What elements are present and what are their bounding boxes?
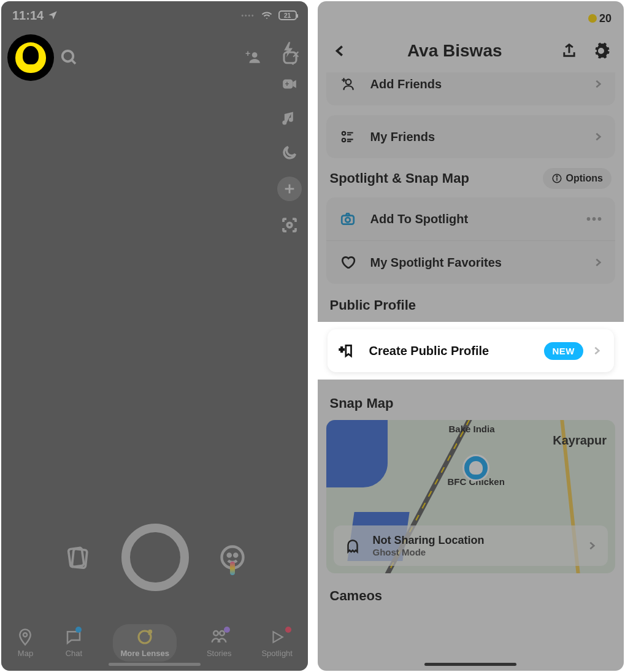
friends-list-icon: [339, 129, 357, 145]
svg-point-2: [251, 52, 257, 58]
more-icon: •••: [586, 212, 603, 226]
spotlight-favorites-row[interactable]: My Spotlight Favorites: [326, 241, 616, 284]
camera-tools: ✕ +: [277, 39, 302, 235]
spotlight-section-header: Spotlight & Snap Map Options: [318, 168, 624, 197]
svg-point-16: [23, 633, 27, 636]
add-spotlight-row[interactable]: Add To Spotlight •••: [326, 197, 616, 241]
cell-dots-icon: ••••: [241, 12, 255, 19]
home-indicator: [424, 663, 516, 666]
scan-icon[interactable]: [279, 215, 300, 235]
nav-spotlight[interactable]: Spotlight: [261, 628, 293, 658]
location-status-title: Not Sharing Location: [373, 534, 485, 547]
wifi-icon: [260, 10, 274, 21]
coin-icon: [588, 14, 597, 23]
svg-point-0: [63, 51, 74, 62]
svg-point-22: [342, 132, 345, 135]
svg-point-10: [287, 223, 292, 227]
add-spotlight-label: Add To Spotlight: [370, 212, 469, 226]
spotlight-favorites-label: My Spotlight Favorites: [370, 256, 502, 270]
nav-stories[interactable]: Stories: [207, 628, 231, 658]
lens-carousel-icon[interactable]: [220, 544, 245, 570]
memories-icon[interactable]: [64, 544, 91, 571]
search-icon[interactable]: [60, 48, 79, 67]
status-time: 11:14: [12, 9, 44, 23]
add-friend-icon[interactable]: +: [244, 50, 263, 66]
music-icon[interactable]: [279, 108, 300, 129]
highlight-area: + Create Public Profile NEW: [318, 322, 624, 380]
settings-button[interactable]: [591, 40, 612, 61]
svg-point-19: [213, 631, 218, 636]
svg-point-18: [149, 630, 151, 633]
my-friends-label: My Friends: [370, 130, 435, 144]
info-icon: [551, 173, 562, 184]
shutter-row: [1, 524, 308, 591]
nav-chat[interactable]: Chat: [64, 628, 83, 658]
map-avatar-icon: [462, 454, 489, 481]
share-button[interactable]: [559, 40, 580, 61]
chevron-right-icon: [593, 256, 603, 269]
svg-text:+: +: [339, 345, 344, 354]
heart-icon: [339, 254, 357, 270]
public-profile-section-title: Public Profile: [318, 294, 624, 322]
home-indicator: [109, 663, 201, 666]
spotlight-card: Add To Spotlight ••• My Spotlight Favori…: [326, 197, 616, 284]
flash-off-icon[interactable]: ✕: [279, 39, 300, 60]
snap-map-preview[interactable]: Bake India Kayrapur BFC Chicken Not Shar…: [326, 420, 616, 573]
top-bar: +: [1, 29, 308, 81]
location-arrow-icon: [47, 10, 58, 21]
svg-point-14: [228, 554, 230, 556]
new-badge: NEW: [544, 342, 584, 360]
svg-point-21: [345, 79, 351, 85]
svg-line-1: [72, 60, 75, 64]
add-friends-label: Add Friends: [370, 77, 442, 91]
profile-avatar-button[interactable]: [7, 34, 54, 81]
profile-screen: 20 Ava Biswas Add Friends: [318, 1, 624, 671]
create-public-profile-label: Create Public Profile: [369, 344, 489, 358]
add-friend-icon: [339, 76, 357, 92]
ghost-icon: [343, 536, 362, 555]
profile-body: Add Friends My Friends Spotlight & Snap …: [318, 72, 624, 671]
snap-map-section-title: Snap Map: [318, 380, 624, 420]
location-status-row[interactable]: Not Sharing Location Ghost Mode: [334, 525, 608, 566]
svg-point-30: [556, 176, 558, 177]
create-public-profile-card[interactable]: + Create Public Profile NEW: [328, 329, 615, 372]
my-friends-card[interactable]: My Friends: [326, 115, 616, 158]
status-bar: 20: [318, 1, 624, 36]
camera-icon: [339, 211, 357, 227]
bitmoji-icon: [15, 42, 46, 73]
status-bar: 11:14 •••• 21: [1, 1, 308, 29]
nav-lenses[interactable]: More Lenses: [113, 624, 176, 662]
chevron-right-icon: [587, 539, 597, 552]
add-tool-button[interactable]: [277, 177, 302, 201]
video-plus-icon[interactable]: +: [279, 74, 300, 94]
svg-point-15: [234, 554, 237, 556]
moon-icon[interactable]: [279, 142, 300, 163]
options-button[interactable]: Options: [543, 168, 612, 189]
shutter-button[interactable]: [121, 524, 189, 591]
svg-text:+: +: [285, 80, 289, 88]
camera-screen: 11:14 •••• 21 + ✕ +: [1, 1, 308, 671]
svg-text:+: +: [245, 50, 250, 58]
map-label-kayrapur: Kayrapur: [553, 433, 607, 448]
cameos-section-title: Cameos: [318, 573, 624, 613]
svg-point-32: [345, 218, 350, 223]
svg-point-23: [342, 139, 345, 142]
map-label-bake: Bake India: [449, 424, 495, 434]
chevron-right-icon: [593, 77, 603, 91]
chevron-right-icon: [592, 344, 602, 357]
profile-header: Ava Biswas: [318, 36, 624, 72]
battery-icon: 21: [278, 10, 297, 20]
location-status-subtitle: Ghost Mode: [373, 547, 485, 557]
nav-map[interactable]: Map: [16, 628, 34, 658]
add-friends-card[interactable]: Add Friends: [326, 72, 616, 105]
bookmark-plus-icon: +: [339, 343, 356, 359]
chevron-right-icon: [593, 130, 603, 143]
coin-badge[interactable]: 20: [588, 12, 612, 25]
back-button[interactable]: [330, 40, 351, 61]
svg-text:✕: ✕: [291, 49, 298, 59]
profile-title: Ava Biswas: [407, 41, 502, 61]
